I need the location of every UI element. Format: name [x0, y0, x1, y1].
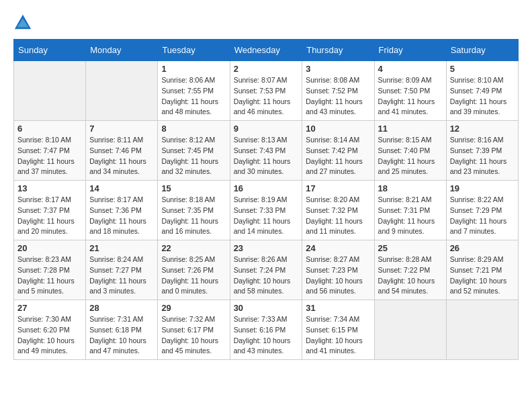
- day-info: Sunrise: 8:06 AMSunset: 7:55 PMDaylight:…: [161, 75, 226, 118]
- weekday-header-friday: Friday: [374, 40, 446, 61]
- day-number: 23: [234, 243, 299, 253]
- day-info: Sunrise: 8:11 AMSunset: 7:46 PMDaylight:…: [89, 135, 154, 177]
- day-cell: 5Sunrise: 8:10 AMSunset: 7:49 PMDaylight…: [446, 61, 518, 121]
- day-info: Sunrise: 8:08 AMSunset: 7:52 PMDaylight:…: [306, 75, 370, 118]
- day-info: Sunrise: 8:26 AMSunset: 7:24 PMDaylight:…: [234, 255, 299, 297]
- day-info: Sunrise: 7:30 AMSunset: 6:20 PMDaylight:…: [17, 314, 82, 357]
- day-number: 30: [234, 303, 299, 313]
- day-number: 2: [234, 64, 299, 74]
- day-cell: 23Sunrise: 8:26 AMSunset: 7:24 PMDayligh…: [230, 240, 302, 300]
- day-number: 17: [306, 183, 370, 193]
- day-info: Sunrise: 7:32 AMSunset: 6:17 PMDaylight:…: [161, 314, 226, 357]
- day-number: 9: [234, 124, 299, 134]
- weekday-header-saturday: Saturday: [446, 40, 518, 61]
- weekday-header-wednesday: Wednesday: [230, 40, 302, 61]
- day-cell: 17Sunrise: 8:20 AMSunset: 7:32 PMDayligh…: [302, 181, 374, 240]
- day-number: 12: [450, 124, 515, 134]
- day-info: Sunrise: 8:18 AMSunset: 7:35 PMDaylight:…: [161, 195, 226, 237]
- day-info: Sunrise: 8:21 AMSunset: 7:31 PMDaylight:…: [378, 195, 443, 237]
- page-header: [13, 13, 519, 32]
- day-number: 26: [450, 243, 515, 253]
- logo-icon: [13, 13, 32, 32]
- day-number: 16: [234, 183, 299, 193]
- day-info: Sunrise: 8:10 AMSunset: 7:49 PMDaylight:…: [450, 75, 515, 118]
- day-cell: 7Sunrise: 8:11 AMSunset: 7:46 PMDaylight…: [86, 121, 158, 181]
- day-cell: [14, 61, 86, 121]
- day-cell: 31Sunrise: 7:34 AMSunset: 6:15 PMDayligh…: [302, 300, 374, 360]
- day-number: 20: [17, 243, 82, 253]
- day-number: 1: [161, 64, 226, 74]
- day-info: Sunrise: 7:33 AMSunset: 6:16 PMDaylight:…: [234, 314, 299, 357]
- day-number: 28: [89, 303, 154, 313]
- day-cell: 20Sunrise: 8:23 AMSunset: 7:28 PMDayligh…: [14, 240, 86, 300]
- day-cell: 8Sunrise: 8:12 AMSunset: 7:45 PMDaylight…: [158, 121, 230, 181]
- day-number: 24: [306, 243, 370, 253]
- day-info: Sunrise: 8:07 AMSunset: 7:53 PMDaylight:…: [234, 75, 299, 118]
- day-info: Sunrise: 8:19 AMSunset: 7:33 PMDaylight:…: [234, 195, 299, 237]
- day-cell: 29Sunrise: 7:32 AMSunset: 6:17 PMDayligh…: [158, 300, 230, 360]
- day-info: Sunrise: 8:23 AMSunset: 7:28 PMDaylight:…: [17, 255, 82, 297]
- day-cell: 19Sunrise: 8:22 AMSunset: 7:29 PMDayligh…: [446, 181, 518, 240]
- day-cell: 27Sunrise: 7:30 AMSunset: 6:20 PMDayligh…: [14, 300, 86, 360]
- day-info: Sunrise: 8:20 AMSunset: 7:32 PMDaylight:…: [306, 195, 370, 237]
- day-info: Sunrise: 7:34 AMSunset: 6:15 PMDaylight:…: [306, 314, 370, 357]
- day-cell: 10Sunrise: 8:14 AMSunset: 7:42 PMDayligh…: [302, 121, 374, 181]
- day-cell: 25Sunrise: 8:28 AMSunset: 7:22 PMDayligh…: [374, 240, 446, 300]
- day-cell: 13Sunrise: 8:17 AMSunset: 7:37 PMDayligh…: [14, 181, 86, 240]
- day-number: 10: [306, 124, 370, 134]
- day-number: 22: [161, 243, 226, 253]
- day-number: 15: [161, 183, 226, 193]
- day-cell: 26Sunrise: 8:29 AMSunset: 7:21 PMDayligh…: [446, 240, 518, 300]
- day-number: 31: [306, 303, 370, 313]
- day-cell: 11Sunrise: 8:15 AMSunset: 7:40 PMDayligh…: [374, 121, 446, 181]
- day-info: Sunrise: 7:31 AMSunset: 6:18 PMDaylight:…: [89, 314, 154, 357]
- week-row-4: 20Sunrise: 8:23 AMSunset: 7:28 PMDayligh…: [14, 240, 519, 300]
- weekday-header-tuesday: Tuesday: [158, 40, 230, 61]
- day-info: Sunrise: 8:29 AMSunset: 7:21 PMDaylight:…: [450, 255, 515, 297]
- day-number: 7: [89, 124, 154, 134]
- day-number: 21: [89, 243, 154, 253]
- day-cell: [374, 300, 446, 360]
- logo: [13, 13, 35, 32]
- day-number: 13: [17, 183, 82, 193]
- day-number: 5: [450, 64, 515, 74]
- day-number: 25: [378, 243, 443, 253]
- day-cell: 2Sunrise: 8:07 AMSunset: 7:53 PMDaylight…: [230, 61, 302, 121]
- day-cell: 1Sunrise: 8:06 AMSunset: 7:55 PMDaylight…: [158, 61, 230, 121]
- week-row-3: 13Sunrise: 8:17 AMSunset: 7:37 PMDayligh…: [14, 181, 519, 240]
- day-info: Sunrise: 8:16 AMSunset: 7:39 PMDaylight:…: [450, 135, 515, 177]
- day-cell: 30Sunrise: 7:33 AMSunset: 6:16 PMDayligh…: [230, 300, 302, 360]
- day-cell: 4Sunrise: 8:09 AMSunset: 7:50 PMDaylight…: [374, 61, 446, 121]
- day-number: 11: [378, 124, 443, 134]
- weekday-header-monday: Monday: [86, 40, 158, 61]
- day-number: 3: [306, 64, 370, 74]
- weekday-header-thursday: Thursday: [302, 40, 374, 61]
- day-cell: 28Sunrise: 7:31 AMSunset: 6:18 PMDayligh…: [86, 300, 158, 360]
- day-cell: [446, 300, 518, 360]
- day-cell: 24Sunrise: 8:27 AMSunset: 7:23 PMDayligh…: [302, 240, 374, 300]
- day-cell: 6Sunrise: 8:10 AMSunset: 7:47 PMDaylight…: [14, 121, 86, 181]
- calendar-table: SundayMondayTuesdayWednesdayThursdayFrid…: [13, 39, 519, 360]
- day-number: 18: [378, 183, 443, 193]
- day-cell: 15Sunrise: 8:18 AMSunset: 7:35 PMDayligh…: [158, 181, 230, 240]
- day-number: 8: [161, 124, 226, 134]
- day-info: Sunrise: 8:25 AMSunset: 7:26 PMDaylight:…: [161, 255, 226, 297]
- day-cell: 12Sunrise: 8:16 AMSunset: 7:39 PMDayligh…: [446, 121, 518, 181]
- day-cell: 3Sunrise: 8:08 AMSunset: 7:52 PMDaylight…: [302, 61, 374, 121]
- day-cell: 14Sunrise: 8:17 AMSunset: 7:36 PMDayligh…: [86, 181, 158, 240]
- day-info: Sunrise: 8:14 AMSunset: 7:42 PMDaylight:…: [306, 135, 370, 177]
- day-number: 19: [450, 183, 515, 193]
- week-row-1: 1Sunrise: 8:06 AMSunset: 7:55 PMDaylight…: [14, 61, 519, 121]
- week-row-5: 27Sunrise: 7:30 AMSunset: 6:20 PMDayligh…: [14, 300, 519, 360]
- day-info: Sunrise: 8:22 AMSunset: 7:29 PMDaylight:…: [450, 195, 515, 237]
- day-info: Sunrise: 8:27 AMSunset: 7:23 PMDaylight:…: [306, 255, 370, 297]
- day-number: 6: [17, 124, 82, 134]
- day-cell: 21Sunrise: 8:24 AMSunset: 7:27 PMDayligh…: [86, 240, 158, 300]
- weekday-header-row: SundayMondayTuesdayWednesdayThursdayFrid…: [14, 40, 519, 61]
- day-number: 27: [17, 303, 82, 313]
- day-info: Sunrise: 8:12 AMSunset: 7:45 PMDaylight:…: [161, 135, 226, 177]
- day-cell: 22Sunrise: 8:25 AMSunset: 7:26 PMDayligh…: [158, 240, 230, 300]
- day-info: Sunrise: 8:10 AMSunset: 7:47 PMDaylight:…: [17, 135, 82, 177]
- day-info: Sunrise: 8:13 AMSunset: 7:43 PMDaylight:…: [234, 135, 299, 177]
- day-info: Sunrise: 8:17 AMSunset: 7:37 PMDaylight:…: [17, 195, 82, 237]
